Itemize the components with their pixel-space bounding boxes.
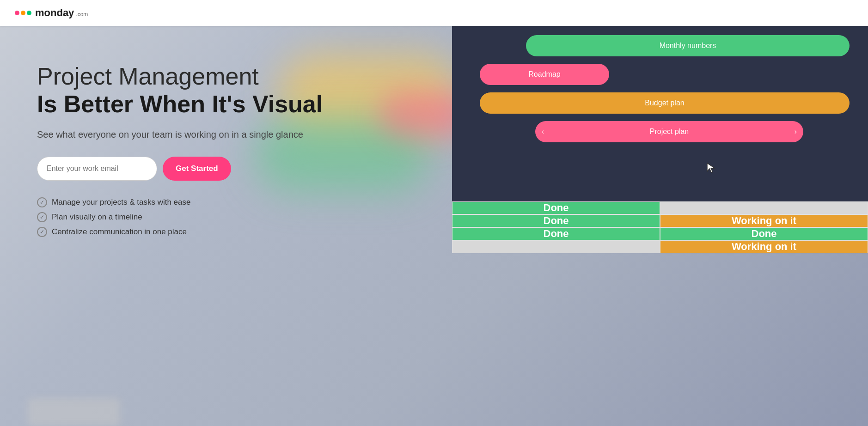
- navbar: monday.com: [0, 0, 868, 26]
- timeline-row-4: ‹ Project plan ›: [452, 121, 868, 142]
- feature-item-3: ✓ Centralize communication in one place: [37, 227, 416, 237]
- grid-cell-7: [452, 240, 660, 253]
- grid-cell-5-label: Done: [544, 228, 569, 240]
- grid-cell-3: Done: [452, 214, 660, 227]
- grid-cell-3-label: Done: [544, 215, 569, 227]
- check-icon-1: ✓: [37, 197, 47, 207]
- logo-dot-3: [27, 11, 31, 15]
- logo-text-com: .com: [76, 11, 88, 18]
- logo-dot-2: [21, 11, 25, 15]
- feature-label-2: Plan visually on a timeline: [52, 213, 142, 222]
- chevron-left-icon[interactable]: ‹: [542, 128, 544, 136]
- timeline-bar-roadmap: Roadmap: [480, 64, 609, 85]
- chevron-right-icon[interactable]: ›: [795, 128, 797, 136]
- timeline-row-3: Budget plan: [452, 92, 868, 114]
- dashboard-grid: Done Done Working on it Done Done: [452, 201, 868, 253]
- grid-cell-8-label: Working on it: [732, 241, 796, 253]
- logo-text-monday: monday: [35, 7, 74, 19]
- get-started-button[interactable]: Get Started: [163, 157, 231, 181]
- email-input[interactable]: [37, 157, 157, 181]
- grid-cell-2: [660, 201, 868, 214]
- timeline-bar-budget-label: Budget plan: [645, 99, 684, 107]
- hero-title: Is Better When It's Visual: [37, 91, 416, 118]
- logo-dots: [15, 11, 31, 15]
- feature-item-2: ✓ Plan visually on a timeline: [37, 212, 416, 222]
- hero-left-content: Project Management Is Better When It's V…: [0, 26, 453, 426]
- timeline-bar-project-label: Project plan: [650, 128, 689, 136]
- grid-cell-8: Working on it: [660, 240, 868, 253]
- grid-cell-1: Done: [452, 201, 660, 214]
- grid-cell-5: Done: [452, 227, 660, 240]
- dashboard-timeline: Monthly numbers Roadmap Budget plan ‹ Pr: [452, 26, 868, 201]
- feature-label-3: Centralize communication in one place: [52, 227, 187, 237]
- features-list: ✓ Manage your projects & tasks with ease…: [37, 197, 416, 237]
- cta-row: Get Started: [37, 157, 416, 181]
- timeline-row-1: Monthly numbers: [452, 35, 868, 56]
- grid-cell-1-label: Done: [544, 202, 569, 214]
- hero-section: Project Management Is Better When It's V…: [0, 26, 868, 426]
- check-icon-2: ✓: [37, 212, 47, 222]
- timeline-bar-monthly: Monthly numbers: [526, 35, 850, 56]
- hero-subtitle: Project Management: [37, 63, 416, 91]
- logo-dot-1: [15, 11, 19, 15]
- bottom-blur: [28, 398, 120, 426]
- dashboard-preview: Monthly numbers Roadmap Budget plan ‹ Pr: [452, 26, 868, 426]
- grid-cell-4-label: Working on it: [732, 215, 796, 227]
- feature-item-1: ✓ Manage your projects & tasks with ease: [37, 197, 416, 207]
- feature-label-1: Manage your projects & tasks with ease: [52, 198, 190, 207]
- hero-description: See what everyone on your team is workin…: [37, 129, 337, 140]
- logo[interactable]: monday.com: [15, 7, 88, 19]
- timeline-bar-project: ‹ Project plan ›: [535, 121, 803, 142]
- grid-cell-6-label: Done: [752, 228, 777, 240]
- timeline-bar-monthly-label: Monthly numbers: [660, 42, 716, 50]
- timeline-row-2: Roadmap: [452, 64, 868, 85]
- grid-cell-4: Working on it: [660, 214, 868, 227]
- check-icon-3: ✓: [37, 227, 47, 237]
- timeline-bar-roadmap-label: Roadmap: [528, 70, 560, 79]
- timeline-bar-budget: Budget plan: [480, 92, 850, 114]
- grid-cell-6: Done: [660, 227, 868, 240]
